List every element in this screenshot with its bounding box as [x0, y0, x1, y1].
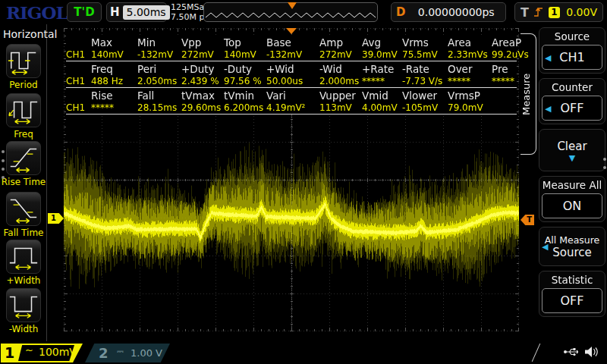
usb-icon — [563, 346, 578, 358]
h-label: H — [110, 5, 120, 19]
horizontal-scale-box[interactable]: H 5.00ms — [106, 2, 167, 22]
menu-group-clear[interactable]: Clear ▼ — [539, 129, 605, 171]
measure-all-value-box[interactable]: ON — [542, 193, 602, 218]
channel2-badge[interactable]: 2 ⎓ 1.00 V — [85, 344, 170, 362]
channel2-scale: 1.00 V — [131, 347, 162, 359]
horizontal-measure-menu: Horizontal Period Freq — [0, 24, 47, 341]
waveform-display: MaxMinVppTopBaseAmpAvgVrmsAreaAreaP CH1 … — [64, 28, 519, 331]
measure-header-row: FreqPeri+Duty-Duty+Wid-Wid+Rate-RateOver… — [66, 61, 517, 75]
main-area: Horizontal Period Freq — [0, 24, 607, 341]
trigger-source-badge: 1 — [549, 7, 560, 18]
dropdown-arrow-icon: ▼ — [569, 155, 575, 162]
menu-item-period[interactable]: Period — [0, 44, 47, 90]
trigger-t-label: T — [521, 5, 529, 20]
waveform-preview[interactable] — [203, 2, 378, 22]
menu-item-rise-time[interactable]: Rise Time — [0, 141, 47, 187]
menu-item-label: Period — [0, 80, 47, 90]
trigger-info-box[interactable]: T 1 0.00V — [514, 2, 603, 22]
statistic-value-box[interactable]: OFF — [542, 288, 602, 313]
menu-group-statistic[interactable]: Statistic OFF — [539, 271, 605, 317]
menu-group-all-measure-source[interactable]: ◀ All Measure Source — [539, 227, 605, 266]
d-label: D — [396, 5, 405, 19]
measure-value-row: CH1 488 Hz2.050ms2.439 %97.56 %50.00us2.… — [66, 75, 517, 88]
menu-group-counter[interactable]: Counter ◀ OFF — [539, 78, 605, 124]
menu-item-fall-time[interactable]: Fall Time — [0, 192, 47, 238]
rigol-logo: RIGOL — [6, 2, 68, 23]
trigger-level-value: 0.00V — [566, 6, 597, 18]
menu-item-label: Rise Time — [0, 177, 47, 187]
delay-value: 0.00000000ps — [418, 6, 495, 18]
menu-item-neg-width[interactable]: -Width — [0, 288, 47, 334]
timebase-value: 5.00ms — [123, 5, 170, 20]
menu-item-pos-width[interactable]: +Width — [0, 240, 47, 286]
ch2-dc-coupling-icon: ⎓ — [117, 347, 124, 356]
menu-item-label: Fall Time — [0, 228, 47, 238]
speaker-icon — [584, 346, 598, 358]
channel2-number: 2 — [99, 345, 109, 361]
oscilloscope-screen: RIGOL T'D H 5.00ms 125MSa/s 7.50M pts D … — [0, 0, 607, 364]
measure-menu-tab: Measure — [521, 33, 536, 155]
trigger-status-badge: T'D — [67, 2, 102, 22]
menu-group-source[interactable]: Source ◀ CH1 — [539, 27, 605, 74]
top-status-bar: RIGOL T'D H 5.00ms 125MSa/s 7.50M pts D … — [0, 0, 607, 24]
measure-value-row: CH1 *****28.15ms29.60ms6.200ms4.19mV²113… — [66, 102, 517, 115]
submenu-arrow-icon: ◀ — [545, 103, 551, 113]
neg-width-icon — [6, 288, 41, 322]
period-icon — [6, 44, 41, 78]
menu-item-label: Freq — [0, 129, 47, 140]
counter-value-box[interactable]: ◀ OFF — [542, 96, 602, 121]
submenu-arrow-icon: ◀ — [542, 242, 548, 252]
menu-group-measure-all[interactable]: Measure All ON — [539, 176, 605, 222]
menu-item-freq[interactable]: Freq — [0, 93, 47, 140]
menu-item-label: -Width — [0, 324, 47, 334]
channel1-offset-marker[interactable]: 1 — [48, 213, 64, 224]
source-value-box[interactable]: ◀ CH1 — [542, 45, 602, 70]
measure-table: MaxMinVppTopBaseAmpAvgVrmsAreaAreaP CH1 … — [66, 35, 517, 115]
pos-width-icon — [6, 240, 41, 274]
measure-header-row: MaxMinVppTopBaseAmpAvgVrmsAreaAreaP — [66, 35, 517, 49]
menu-item-label: +Width — [0, 275, 47, 286]
rise-time-icon — [6, 141, 41, 175]
channel1-badge[interactable]: 1 ~ 100mV — [1, 344, 83, 362]
measure-value-row: CH1 140mV-132mV272mV140mV-132mV272mV39.0… — [66, 49, 517, 61]
submenu-arrow-icon: ◀ — [545, 52, 551, 62]
bottom-channel-bar: 1 ~ 100mV 2 ⎓ 1.00 V — [0, 341, 607, 364]
delay-box[interactable]: D 0.00000000ps — [391, 2, 506, 22]
left-menu-title: Horizontal — [0, 24, 46, 40]
channel1-number: 1 — [5, 344, 14, 361]
channel1-scale: 100mV — [39, 346, 77, 358]
measure-menu: Measure Source ◀ CH1 Counter ◀ OFF — [521, 24, 607, 341]
trigger-slope-icon — [533, 6, 544, 18]
fall-time-icon — [6, 192, 41, 226]
freq-icon — [6, 93, 41, 127]
bottom-bar-divider — [532, 344, 540, 362]
ch1-ac-coupling-icon: ~ — [25, 344, 33, 356]
measure-header-row: RiseFalltVmaxtVminVariVupperVmidVlowerVr… — [66, 88, 517, 102]
preview-trigger-marker[interactable] — [288, 2, 297, 9]
trigger-position-marker[interactable] — [286, 28, 297, 34]
